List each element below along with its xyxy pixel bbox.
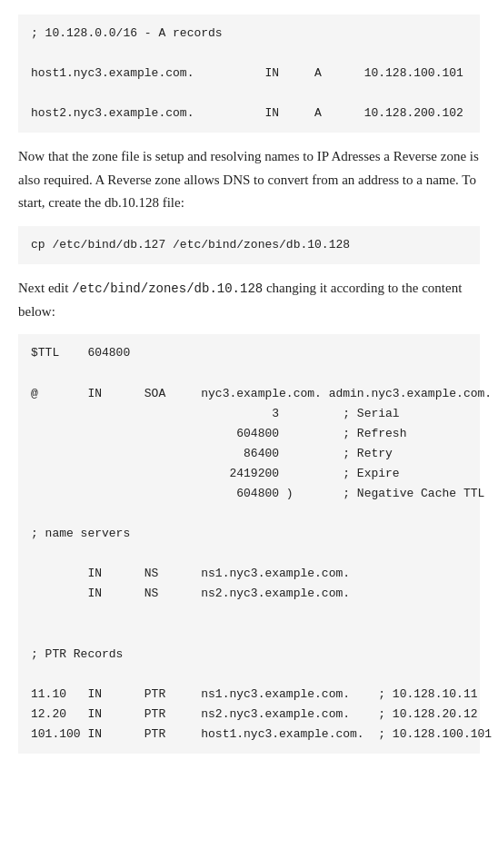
code-block-a-records: ; 10.128.0.0/16 - A records host1.nyc3.e… [18,15,480,133]
prose-text-1: Now that the zone file is setup and reso… [18,145,480,215]
prose-section-1: Now that the zone file is setup and reso… [18,145,480,215]
inline-code-path: /etc/bind/zones/db.10.128 [72,281,263,296]
code-block-cp-command: cp /etc/bind/db.127 /etc/bind/zones/db.1… [18,226,480,264]
code-block-zone-file: $TTL 604800 @ IN SOA nyc3.example.com. a… [18,334,480,754]
prose-section-2: Next edit /etc/bind/zones/db.10.128 chan… [18,277,480,323]
page-content: ; 10.128.0.0/16 - A records host1.nyc3.e… [0,0,498,781]
prose-text-2: Next edit /etc/bind/zones/db.10.128 chan… [18,277,480,323]
